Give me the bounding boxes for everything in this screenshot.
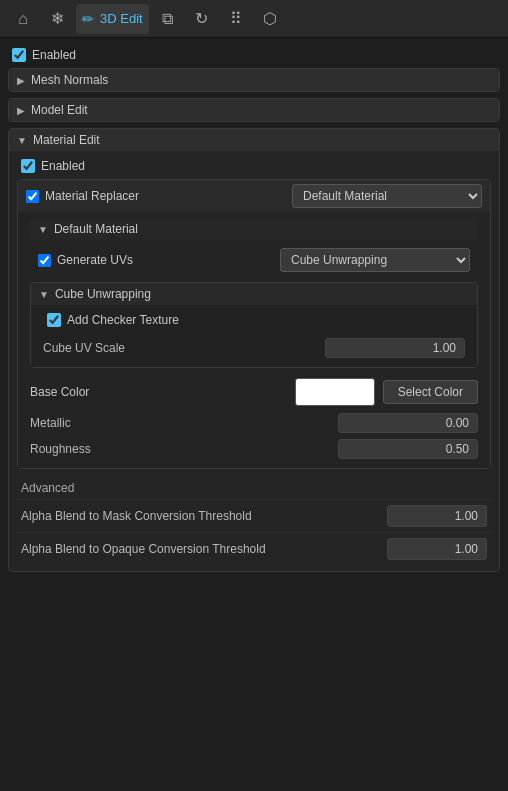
copy-icon[interactable]: ⧉ [153,4,183,34]
metallic-row: Metallic 0.00 [30,410,478,436]
model-edit-label: Model Edit [31,103,88,117]
snowflake-icon[interactable]: ❄ [42,4,72,34]
model-edit-section: Model Edit [8,98,500,122]
cube-icon[interactable]: ⬡ [255,4,285,34]
cube-uv-scale-value[interactable]: 1.00 [325,338,465,358]
cube-unwrapping-header[interactable]: Cube Unwrapping [31,283,477,305]
material-enabled-label: Enabled [41,159,85,173]
generate-uvs-checkbox[interactable] [38,254,51,267]
roughness-row: Roughness 0.50 [30,436,478,462]
metallic-label: Metallic [30,416,71,430]
mesh-normals-arrow [17,75,25,86]
base-color-label: Base Color [30,385,89,399]
mesh-normals-section: Mesh Normals [8,68,500,92]
material-replacer-section: Material Replacer Default Material Custo… [17,179,491,469]
top-enabled-row: Enabled [8,46,500,64]
toolbar: ⌂ ❄ ✏ 3D Edit ⧉ ↻ ⠿ ⬡ [0,0,508,38]
material-enabled-row: Enabled [17,157,491,175]
model-edit-arrow [17,105,25,116]
alpha-blend-opaque-value[interactable]: 1.00 [387,538,487,560]
default-material-body: Default Material Generate UVs Cube Unwra… [18,212,490,468]
add-checker-row: Add Checker Texture [43,311,465,329]
mesh-normals-header[interactable]: Mesh Normals [9,69,499,91]
edit3d-icon[interactable]: ✏ 3D Edit [76,4,149,34]
material-edit-section: Material Edit Enabled Material Replacer … [8,128,500,572]
cube-unwrapping-body: Add Checker Texture Cube UV Scale 1.00 [31,305,477,367]
cube-uv-scale-label: Cube UV Scale [43,341,125,355]
material-edit-header[interactable]: Material Edit [9,129,499,151]
main-content: Enabled Mesh Normals Model Edit Material… [0,38,508,582]
add-checker-label: Add Checker Texture [67,313,179,327]
generate-uvs-dropdown[interactable]: Cube Unwrapping Smart UV Project Lightma… [280,248,470,272]
mesh-normals-label: Mesh Normals [31,73,108,87]
edit3d-label: 3D Edit [100,11,143,26]
cube-unwrapping-section: Cube Unwrapping Add Checker Texture Cube… [30,282,478,368]
base-color-swatch[interactable] [295,378,375,406]
default-material-arrow [38,224,48,235]
base-color-row: Base Color Select Color [30,374,478,410]
top-enabled-label: Enabled [32,48,76,62]
advanced-section: Advanced Alpha Blend to Mask Conversion … [17,475,491,565]
generate-uvs-label: Generate UVs [57,253,133,267]
material-replacer-row: Material Replacer Default Material Custo… [18,180,490,212]
top-enabled-checkbox[interactable] [12,48,26,62]
alpha-blend-opaque-label: Alpha Blend to Opaque Conversion Thresho… [21,542,266,556]
default-material-label: Default Material [54,222,138,236]
model-edit-header[interactable]: Model Edit [9,99,499,121]
home-icon[interactable]: ⌂ [8,4,38,34]
material-enabled-checkbox[interactable] [21,159,35,173]
generate-uvs-row: Generate UVs Cube Unwrapping Smart UV Pr… [30,244,478,276]
roughness-label: Roughness [30,442,91,456]
cube-uv-scale-row: Cube UV Scale 1.00 [43,335,465,361]
material-replacer-dropdown[interactable]: Default Material Custom Material None [292,184,482,208]
select-color-button[interactable]: Select Color [383,380,478,404]
material-replacer-checkbox[interactable] [26,190,39,203]
material-edit-body: Enabled Material Replacer Default Materi… [9,151,499,571]
metallic-value[interactable]: 0.00 [338,413,478,433]
material-edit-label: Material Edit [33,133,100,147]
alpha-blend-mask-label: Alpha Blend to Mask Conversion Threshold [21,509,252,523]
refresh-icon[interactable]: ↻ [187,4,217,34]
dots-icon[interactable]: ⠿ [221,4,251,34]
cube-unwrapping-label: Cube Unwrapping [55,287,151,301]
material-edit-arrow [17,135,27,146]
add-checker-checkbox[interactable] [47,313,61,327]
material-replacer-label: Material Replacer [45,189,286,203]
roughness-value[interactable]: 0.50 [338,439,478,459]
alpha-blend-mask-row: Alpha Blend to Mask Conversion Threshold… [17,499,491,532]
alpha-blend-mask-value[interactable]: 1.00 [387,505,487,527]
default-material-header[interactable]: Default Material [30,218,478,240]
advanced-title: Advanced [17,475,491,499]
alpha-blend-opaque-row: Alpha Blend to Opaque Conversion Thresho… [17,532,491,565]
cube-unwrapping-arrow [39,289,49,300]
